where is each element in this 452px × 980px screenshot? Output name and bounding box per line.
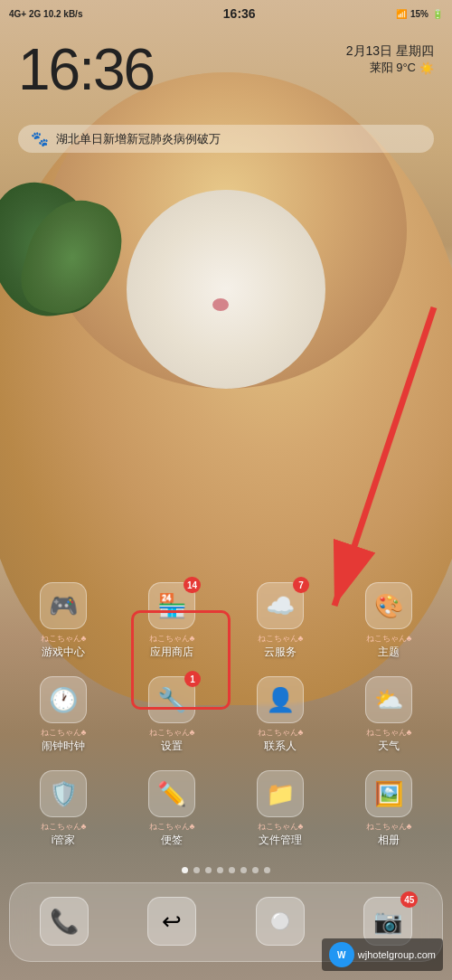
manager-icon: 🛡️ xyxy=(40,770,87,817)
status-time: 16:36 xyxy=(223,6,256,21)
status-left: 4G+ 2G 10.2 kB/s xyxy=(9,9,82,19)
network-indicator: 4G+ 2G 10.2 kB/s xyxy=(9,9,82,19)
page-dots xyxy=(0,867,452,873)
weather-location: 莱阳 9°C xyxy=(370,60,416,76)
date-display: 2月13日 星期四 xyxy=(346,43,434,60)
ticker-icon: 🐾 xyxy=(31,130,49,147)
app-sublabel: ねこちゃん♣ xyxy=(41,821,87,833)
app-badge: 14 xyxy=(184,577,201,593)
ticker-text: 湖北单日新增新冠肺炎病例破万 xyxy=(56,131,221,147)
back-icon: ↩ xyxy=(147,897,196,946)
page-dot-3[interactable] xyxy=(205,867,212,873)
main-clock: 16:36 xyxy=(18,36,154,103)
app-notes[interactable]: ✏️ ねこちゃん♣ 便签 xyxy=(127,768,217,848)
app-label: 天气 xyxy=(378,739,400,754)
app-row-3: 🛡️ ねこちゃん♣ i管家 ✏️ ねこちゃん♣ 便签 📁 ねこちゃん♣ 文件管理… xyxy=(9,768,443,848)
app-manager[interactable]: 🛡️ ねこちゃん♣ i管家 xyxy=(18,768,108,848)
app-label: 便签 xyxy=(161,833,183,848)
weather-app-icon: ⛅ xyxy=(365,676,412,723)
app-icon-wrap: ⛅ xyxy=(363,674,414,725)
app-icon-wrap: ✏️ xyxy=(146,768,197,819)
app-label: 主题 xyxy=(378,645,400,660)
app-sublabel: ねこちゃん♣ xyxy=(258,633,304,645)
app-label: 云服务 xyxy=(264,645,297,660)
gallery-icon: 🖼️ xyxy=(365,770,412,817)
battery-indicator: 15% xyxy=(410,9,428,19)
camera-badge: 45 xyxy=(400,891,418,908)
app-clock[interactable]: 🕐 ねこちゃん♣ 闹钟时钟 xyxy=(18,674,108,754)
news-ticker[interactable]: 🐾 湖北单日新增新冠肺炎病例破万 xyxy=(18,125,434,153)
watermark-logo: W xyxy=(329,942,354,967)
app-icon-wrap: 🛡️ xyxy=(38,768,89,819)
page-dot-8[interactable] xyxy=(264,867,270,873)
home-icon: ⚪ xyxy=(256,897,305,946)
app-icon-wrap: 🖼️ xyxy=(363,768,414,819)
status-bar: 4G+ 2G 10.2 kB/s 16:36 📶 15% 🔋 xyxy=(0,0,452,27)
page-dot-2[interactable] xyxy=(193,867,200,873)
cat-nose xyxy=(212,298,229,311)
app-icon-wrap: 👤 xyxy=(255,674,306,725)
watermark-text: wjhotelgroup.com xyxy=(358,949,436,960)
date-weather-widget: 2月13日 星期四 莱阳 9°C ☀️ xyxy=(346,43,434,76)
page-dot-7[interactable] xyxy=(252,867,259,873)
app-sublabel: ねこちゃん♣ xyxy=(258,727,304,739)
app-gallery[interactable]: 🖼️ ねこちゃん♣ 相册 xyxy=(344,768,434,848)
app-sublabel: ねこちゃん♣ xyxy=(149,821,195,833)
app-sublabel: ねこちゃん♣ xyxy=(41,727,87,739)
contacts-icon: 👤 xyxy=(257,676,304,723)
phone-icon: 📞 xyxy=(40,897,89,946)
dock-back[interactable]: ↩ xyxy=(147,897,196,947)
page-dot-1[interactable] xyxy=(182,867,188,873)
app-cloud-service[interactable]: ☁️ 7 ねこちゃん♣ 云服务 xyxy=(235,580,325,660)
clock-icon: 🕐 xyxy=(40,676,87,723)
page-dot-4[interactable] xyxy=(217,867,223,873)
app-files[interactable]: 📁 ねこちゃん♣ 文件管理 xyxy=(235,768,325,848)
app-label: 游戏中心 xyxy=(42,645,85,660)
dock-phone[interactable]: 📞 xyxy=(40,897,89,947)
app-badge: 7 xyxy=(293,577,309,593)
app-icon-wrap: 🎮 xyxy=(38,580,89,631)
app-theme[interactable]: 🎨 ねこちゃん♣ 主题 xyxy=(344,580,434,660)
page-dot-6[interactable] xyxy=(240,867,247,873)
app-sublabel: ねこちゃん♣ xyxy=(366,727,412,739)
theme-icon: 🎨 xyxy=(365,582,412,629)
dock-home[interactable]: ⚪ xyxy=(256,897,305,947)
app-sublabel: ねこちゃん♣ xyxy=(149,727,195,739)
app-sublabel: ねこちゃん♣ xyxy=(41,633,87,645)
app-label: 设置 xyxy=(161,739,183,754)
cat-face-white xyxy=(127,190,325,389)
app-icon-wrap: 🕐 xyxy=(38,674,89,725)
app-icon-wrap: 🎨 xyxy=(363,580,414,631)
settings-highlight-box xyxy=(131,610,231,710)
app-label: 相册 xyxy=(378,833,400,848)
app-sublabel: ねこちゃん♣ xyxy=(366,633,412,645)
weather-icon: ☀️ xyxy=(419,61,434,75)
app-icon-wrap: ☁️ 7 xyxy=(255,580,306,631)
app-sublabel: ねこちゃん♣ xyxy=(366,821,412,833)
app-game-center[interactable]: 🎮 ねこちゃん♣ 游戏中心 xyxy=(18,580,108,660)
page-dot-5[interactable] xyxy=(229,867,235,873)
files-icon: 📁 xyxy=(257,770,304,817)
notes-icon: ✏️ xyxy=(148,770,195,817)
wifi-icon: 📶 xyxy=(396,9,407,19)
app-label: 文件管理 xyxy=(259,833,302,848)
app-label: 联系人 xyxy=(264,739,297,754)
watermark: W wjhotelgroup.com xyxy=(322,938,443,971)
app-contacts[interactable]: 👤 ねこちゃん♣ 联系人 xyxy=(235,674,325,754)
app-label: i管家 xyxy=(52,833,76,848)
game-center-icon: 🎮 xyxy=(40,582,87,629)
status-right: 📶 15% 🔋 xyxy=(396,9,443,19)
battery-icon: 🔋 xyxy=(432,9,443,19)
app-sublabel: ねこちゃん♣ xyxy=(258,821,304,833)
app-weather[interactable]: ⛅ ねこちゃん♣ 天气 xyxy=(344,674,434,754)
weather-display: 莱阳 9°C ☀️ xyxy=(346,60,434,76)
app-label: 闹钟时钟 xyxy=(42,739,85,754)
app-icon-wrap: 📁 xyxy=(255,768,306,819)
